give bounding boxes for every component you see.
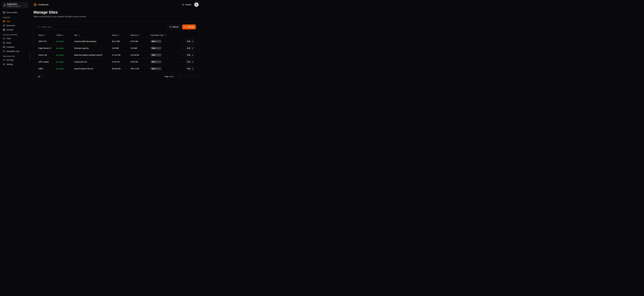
row-menu-button[interactable]: [180, 47, 184, 50]
brand-name: PANGOLIN: [38, 4, 48, 6]
cell-data-in: 5.00 MB: [110, 47, 128, 49]
cell-site: smug-brown-rat: [72, 61, 110, 63]
add-site-button[interactable]: Add Site: [182, 24, 196, 29]
page-size-select[interactable]: 20: [36, 74, 45, 79]
edit-button[interactable]: Edit: [185, 60, 195, 64]
connection-type-version: v1.3.2: [156, 61, 160, 63]
moon-icon: [182, 4, 184, 6]
column-header-site[interactable]: Site: [72, 34, 110, 36]
cell-site: fortunate-cape-fox: [72, 47, 110, 49]
connection-type-version: v1.3.2: [156, 40, 160, 42]
chevrons-left-icon: [179, 76, 181, 78]
column-header-connection-type[interactable]: Connection Type: [148, 34, 178, 36]
column-header-data-in[interactable]: Data In: [110, 34, 128, 36]
cell-name: Home Lab: [36, 54, 54, 56]
sidebar-item-shareable-links[interactable]: Shareable Links: [2, 49, 29, 53]
nav-section-general: GENERAL: [2, 17, 29, 18]
sidebar-item-domains[interactable]: Domains: [2, 28, 29, 32]
previous-page-button[interactable]: [182, 74, 186, 78]
ellipsis-icon: [181, 61, 183, 63]
content: Manage Sites Allow connectivity to your …: [30, 9, 202, 81]
edit-button[interactable]: Edit: [185, 66, 195, 71]
page-subtitle: Allow connectivity to your network throu…: [34, 16, 199, 18]
row-menu-button[interactable]: [180, 54, 184, 56]
theme-label: System: [185, 4, 192, 6]
refresh-icon: [169, 26, 171, 28]
globe-icon: [3, 28, 5, 31]
edit-button[interactable]: Edit: [185, 53, 195, 57]
connection-type-badge: Newtv1.3.2: [150, 40, 162, 43]
sidebar-item-invitations[interactable]: Invitations: [2, 45, 29, 49]
resources-icon: [3, 24, 5, 27]
sidebar-item-api-keys[interactable]: API Keys: [2, 58, 29, 62]
sidebar: Organization milo@fossorial.io's ... Ser…: [0, 0, 30, 92]
online-label: Online: [58, 68, 64, 70]
refresh-label: Refresh: [172, 26, 179, 28]
cell-site: dead-san-joaquin-antelope-squirrel: [72, 54, 110, 56]
next-page-button[interactable]: [187, 74, 191, 78]
first-page-button[interactable]: [178, 74, 182, 78]
org-subtitle: milo@fossorial.io's ...: [7, 5, 24, 7]
cell-data-out: 780.12 GB: [128, 68, 148, 70]
sites-card: Refresh Add Site NameOnlineSiteData InDa…: [34, 22, 199, 81]
cell-data-in: 112.42 GB: [110, 54, 128, 56]
pagination: Page 1 of 1: [164, 74, 196, 78]
cell-connection-type: Newtv1.3.2: [148, 47, 178, 50]
table-footer: 20 Page 1 of 1: [36, 74, 196, 79]
cell-data-out: 52.02 MB: [128, 40, 148, 42]
cell-name: Jeff's Laptop: [36, 61, 54, 63]
last-page-button[interactable]: [192, 74, 196, 78]
sidebar-item-settings[interactable]: Settings: [2, 62, 29, 66]
online-dot: [56, 54, 58, 56]
sites-icon: [3, 20, 5, 22]
edit-button[interactable]: Edit: [185, 39, 195, 44]
building-icon: [4, 4, 6, 6]
connection-type-badge: Newtv1.3.2: [150, 60, 162, 64]
org-name: Organization: [7, 3, 24, 5]
cell-online: Online: [54, 61, 72, 63]
sidebar-item-sites[interactable]: Sites: [2, 19, 29, 23]
row-menu-button[interactable]: [180, 60, 184, 63]
sidebar-item-label: API Keys: [6, 59, 14, 61]
cell-site: vivacious-little-blue-penguin: [72, 40, 110, 42]
sidebar-item-server-admin[interactable]: Server Admin: [2, 10, 29, 14]
sidebar-item-label: Sites: [6, 20, 10, 22]
sidebar-item-users[interactable]: Users: [2, 36, 29, 40]
sidebar-item-resources[interactable]: Resources: [2, 24, 29, 28]
row-menu-button[interactable]: [180, 40, 184, 43]
arrow-right-icon: [192, 61, 193, 63]
edit-button[interactable]: Edit: [185, 46, 195, 50]
chevrons-up-down-icon: [25, 4, 27, 6]
connection-type-name: Newt: [152, 68, 156, 70]
app-window: Organization milo@fossorial.io's ... Ser…: [0, 0, 202, 92]
sidebar-item-roles[interactable]: Roles: [2, 41, 29, 45]
column-header-name[interactable]: Name: [36, 34, 54, 36]
column-header-online[interactable]: Online: [54, 34, 72, 36]
nav-section-access-control: ACCESS CONTROL: [2, 34, 29, 36]
search-input[interactable]: [41, 26, 80, 28]
sidebar-scrollbar[interactable]: [30, 54, 30, 58]
cell-connection-type: Newtv1.3.2: [148, 54, 178, 57]
theme-toggle[interactable]: System: [182, 4, 192, 6]
avatar[interactable]: M: [194, 2, 198, 7]
online-dot: [56, 62, 58, 62]
row-menu-button[interactable]: [180, 67, 184, 70]
cell-connection-type: Newtv1.3.2: [148, 60, 178, 64]
brand[interactable]: PANGOLIN: [34, 3, 48, 6]
roles-icon: [3, 42, 5, 44]
page-size-value: 20: [38, 76, 40, 78]
page-title: Manage Sites: [34, 10, 199, 14]
topbar-right: System M: [182, 2, 198, 7]
cell-data-in: 12.65 GB: [110, 61, 128, 63]
chevron-down-icon: [42, 76, 43, 78]
sidebar-item-label: Roles: [6, 42, 11, 44]
refresh-button[interactable]: Refresh: [168, 24, 180, 29]
connection-type-version: v1.3.2: [156, 47, 160, 49]
table-row-edge-device-01: Edge Device 01Onlinefortunate-cape-fox5.…: [36, 45, 196, 52]
cell-online: Online: [54, 47, 72, 49]
sidebar-item-label: Invitations: [6, 46, 14, 48]
org-selector[interactable]: Organization milo@fossorial.io's ...: [2, 2, 28, 8]
table-body: AWS VPCOnlinevivacious-little-blue-pengu…: [36, 38, 196, 72]
table-row-jeff-s-laptop: Jeff's LaptopOnlinesmug-brown-rat12.65 G…: [36, 58, 196, 65]
column-header-data-out[interactable]: Data Out: [128, 34, 148, 36]
